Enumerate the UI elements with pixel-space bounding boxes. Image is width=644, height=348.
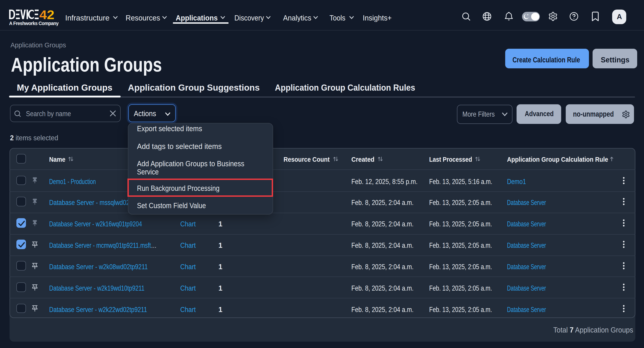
- svg-text:42: 42: [40, 10, 54, 19]
